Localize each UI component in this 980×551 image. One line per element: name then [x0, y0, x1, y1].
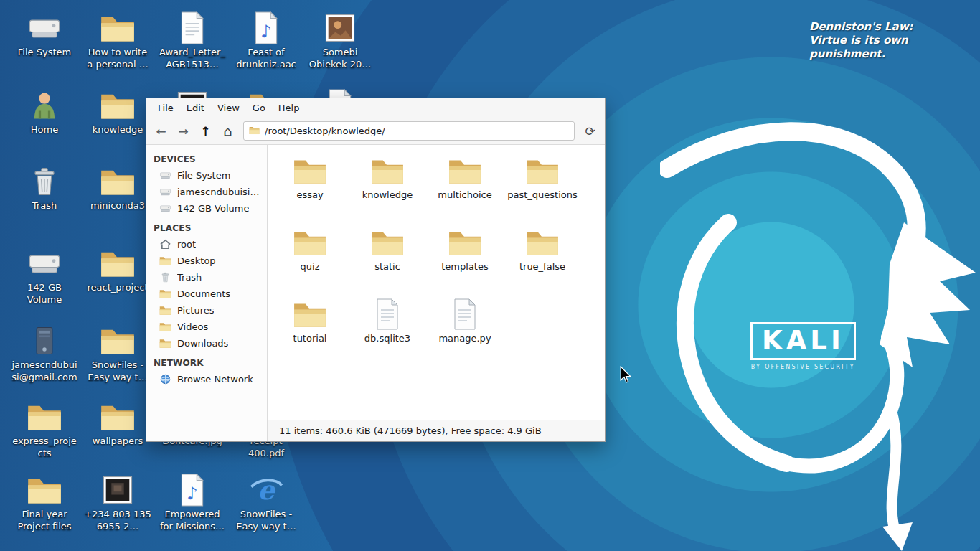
- desktop-icon-label: knowledge: [93, 124, 143, 136]
- desktop-icon-234-803-135-6955-2[interactable]: +234 803 135 6955 2…: [83, 474, 152, 533]
- desktop-icon-142-gb-volume[interactable]: 142 GB Volume: [10, 247, 79, 306]
- toolbar: ← → ↑ ⌂ /root/Desktop/knowledge/ ⟳: [146, 118, 605, 145]
- file-label: static: [374, 261, 400, 273]
- refresh-button[interactable]: ⟳: [580, 122, 600, 141]
- menu-file[interactable]: File: [151, 100, 180, 116]
- back-button[interactable]: ←: [151, 122, 171, 141]
- file-manage-py[interactable]: manage.py: [426, 298, 504, 370]
- desktop-quote: Denniston's Law: Virtue is its own punis…: [809, 20, 941, 60]
- sidebar-item-trash[interactable]: Trash: [146, 269, 267, 286]
- desktop-icon-label: Final year Project files: [11, 509, 78, 533]
- desktop-icon-snowfiles-easy-way-t[interactable]: eSnowFiles - Easy way t…: [232, 474, 301, 533]
- path-folder-icon-slot: [249, 126, 260, 137]
- house-icon: [159, 239, 171, 250]
- file-multichoice[interactable]: multichoice: [426, 155, 504, 227]
- desktop-icon-wallpapers[interactable]: wallpapers: [83, 400, 152, 448]
- desktop-icon-knowledge[interactable]: knowledge: [83, 89, 152, 136]
- desktop-icon-react-project[interactable]: react_project: [83, 247, 152, 294]
- desktop-icon-file-system[interactable]: File System: [10, 11, 79, 59]
- trash-icon: [27, 165, 62, 198]
- file-tutorial[interactable]: tutorial: [271, 298, 349, 370]
- desktop-icon-somebi-obiekek-20[interactable]: Somebi Obiekek 20…: [306, 11, 374, 71]
- doc-audio-icon: ♪: [174, 474, 210, 507]
- mouse-cursor: [620, 366, 632, 384]
- file-knowledge[interactable]: knowledge: [349, 155, 426, 227]
- folder-icon: [27, 400, 62, 433]
- drive-dark-icon: [27, 324, 62, 357]
- image-dark-icon: [100, 474, 136, 507]
- sidebar-section-network: NETWORK: [146, 352, 267, 371]
- sidebar-item-videos[interactable]: Videos: [146, 319, 267, 335]
- desktop-icon-label: Empowered for Missions…: [159, 509, 226, 533]
- desktop-icon-how-to-write-a-personal[interactable]: How to write a personal …: [83, 11, 152, 71]
- desktop-icon-miniconda3[interactable]: miniconda3: [83, 165, 152, 212]
- up-button[interactable]: ↑: [196, 122, 215, 141]
- menu-edit[interactable]: Edit: [180, 100, 211, 116]
- doc-icon: [448, 298, 482, 330]
- path-bar[interactable]: /root/Desktop/knowledge/: [243, 121, 575, 141]
- file-manager-window: FileEditViewGoHelp ← → ↑ ⌂ /root/Desktop…: [146, 98, 606, 442]
- sidebar-item-label: Desktop: [177, 255, 216, 266]
- folder-icon: [370, 155, 405, 187]
- sidebar-item-documents[interactable]: Documents: [146, 286, 267, 302]
- sidebar-item-label: Documents: [177, 288, 230, 299]
- forward-button[interactable]: →: [174, 122, 193, 141]
- desktop-icon-home[interactable]: Home: [10, 89, 79, 136]
- desktop-icon-snowfiles-easy-way-t[interactable]: SnowFiles - Easy way t…: [83, 324, 152, 384]
- ie-icon: e: [248, 474, 284, 507]
- desktop-icon-label: File System: [18, 47, 71, 59]
- desktop-icon-jamescndubuisi-gmail-com[interactable]: jamescndubuisi@gmail.com: [10, 324, 79, 384]
- image-icon: [322, 11, 358, 44]
- sidebar-item-file-system[interactable]: File System: [146, 167, 267, 184]
- folder-icon: [100, 400, 136, 433]
- file-past-questions[interactable]: past_questions: [504, 155, 581, 227]
- desktop-icon-label: express_projects: [11, 435, 78, 460]
- file-templates[interactable]: templates: [426, 227, 504, 298]
- file-static[interactable]: static: [349, 227, 426, 298]
- desktop-icon-empowered-for-missions[interactable]: ♪Empowered for Missions…: [158, 474, 227, 533]
- sidebar-item-downloads[interactable]: Downloads: [146, 335, 267, 352]
- arrow-right-icon: →: [178, 124, 188, 138]
- desktop-icon-trash[interactable]: Trash: [10, 165, 79, 212]
- folder-icon: [100, 165, 136, 198]
- home-button[interactable]: ⌂: [218, 122, 237, 141]
- folder-icon: [370, 227, 405, 258]
- desktop: KALI BY OFFENSIVE SECURITY Denniston's L…: [0, 0, 980, 551]
- sidebar-item-label: Trash: [177, 272, 202, 283]
- folder-icon: [159, 321, 171, 332]
- desktop-icon-feast-of-drunkniz-aac[interactable]: ♪Feast of drunkniz.aac: [232, 11, 301, 71]
- sidebar-item-142-gb-volume[interactable]: 142 GB Volume: [146, 200, 267, 217]
- sidebar-item-pictures[interactable]: Pictures: [146, 302, 267, 319]
- desktop-icon-final-year-project-files[interactable]: Final year Project files: [10, 474, 79, 533]
- sidebar-item-browse-network[interactable]: Browse Network: [146, 371, 267, 387]
- sidebar-item-label: Browse Network: [177, 374, 253, 385]
- desktop-icon-express-projects[interactable]: express_projects: [10, 400, 79, 460]
- file-db-sqlite3[interactable]: db.sqlite3: [349, 298, 426, 370]
- folder-icon: [249, 126, 260, 135]
- file-essay[interactable]: essay: [271, 155, 349, 227]
- drive-icon: [159, 203, 171, 214]
- menu-go[interactable]: Go: [246, 100, 272, 116]
- network-icon: [159, 374, 171, 385]
- folder-icon: [525, 227, 560, 258]
- file-true-false[interactable]: true_false: [504, 227, 581, 298]
- menu-help[interactable]: Help: [272, 100, 306, 116]
- desktop-icon-award-letter-agb1513[interactable]: Award_Letter_AGB1513…: [158, 11, 227, 71]
- folder-icon: [293, 227, 327, 258]
- arrow-up-icon: ↑: [200, 124, 210, 138]
- menu-view[interactable]: View: [211, 100, 246, 116]
- file-grid: essayknowledgemultichoicepast_questionsq…: [268, 145, 605, 420]
- kali-logo: KALI BY OFFENSIVE SECURITY: [750, 322, 856, 370]
- sidebar-item-jamescndubuisi[interactable]: jamescndubuisi…: [146, 184, 267, 200]
- home-icon: ⌂: [223, 123, 232, 140]
- file-quiz[interactable]: quiz: [271, 227, 349, 298]
- sidebar-item-root[interactable]: root: [146, 236, 267, 253]
- desktop-icon-label: miniconda3: [90, 200, 145, 212]
- path-text: /root/Desktop/knowledge/: [265, 126, 385, 136]
- sidebar-item-desktop[interactable]: Desktop: [146, 253, 267, 269]
- folder-icon: [27, 474, 62, 507]
- folder-icon: [100, 247, 136, 280]
- folder-icon: [293, 155, 327, 187]
- sidebar-item-label: File System: [177, 170, 230, 181]
- desktop-icon-label: SnowFiles - Easy way t…: [232, 509, 300, 533]
